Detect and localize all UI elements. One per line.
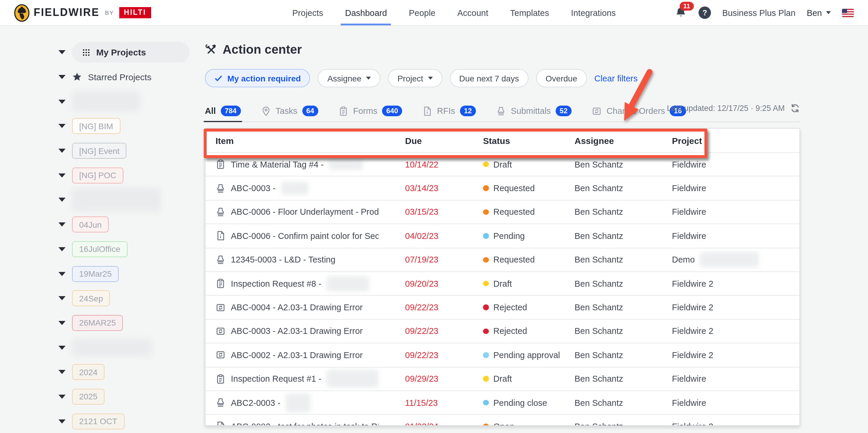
rfi-icon [216, 231, 225, 241]
chevron-down-icon[interactable] [58, 198, 66, 202]
project-cell: Fieldwire [672, 207, 800, 217]
chevron-down-icon[interactable] [58, 173, 66, 177]
table-row[interactable]: Inspection Request #8 -09/20/23DraftBen … [206, 271, 800, 295]
fieldwire-hardhat-icon [14, 4, 30, 22]
chevron-down-icon[interactable] [58, 149, 66, 153]
sidebar-item-my-projects[interactable]: My Projects [72, 42, 190, 63]
sidebar-item-04jun[interactable]: 04Jun [72, 216, 108, 232]
column-header-project[interactable]: Project [672, 135, 800, 145]
sidebar-item-2121-oct[interactable]: 2121 OCT [72, 413, 124, 429]
item-title: Inspection Request #8 - [231, 279, 321, 288]
nav-account[interactable]: Account [457, 0, 488, 25]
tab-forms[interactable]: Forms640 [338, 100, 402, 122]
sidebar-item-redacted [72, 339, 152, 356]
sidebar-item-19mar25[interactable]: 19Mar25 [72, 266, 119, 282]
tab-all[interactable]: All784 [205, 100, 241, 122]
item-title: Time & Material Tag #4 - [231, 160, 323, 169]
assignee-cell: Ben Schantz [575, 422, 672, 426]
filter-my-action-required[interactable]: My action required [205, 69, 310, 87]
user-menu[interactable]: Ben [807, 8, 831, 18]
nav-templates[interactable]: Templates [510, 0, 549, 25]
sidebar-item-2024[interactable]: 2024 [72, 364, 104, 380]
sidebar-item-ng-poc[interactable]: [NG] POC [72, 168, 123, 184]
chevron-down-icon[interactable] [58, 124, 66, 128]
tab-label: All [205, 106, 216, 115]
item-cell: ABC-0002 - A2.03-1 Drawing Error [206, 350, 405, 360]
chevron-down-icon[interactable] [58, 419, 66, 423]
star-icon [72, 72, 82, 82]
item-title: ABC-0003 - [231, 184, 276, 193]
chevron-down-icon[interactable] [58, 395, 66, 399]
table-row[interactable]: ABC-0002 - test for photos in task to RF… [206, 414, 800, 426]
tab-submittals[interactable]: Submittals52 [496, 100, 571, 122]
topbar-right: 11 ? Business Plus Plan Ben [674, 0, 854, 25]
column-header-due[interactable]: Due [405, 135, 483, 145]
chevron-down-icon [366, 77, 371, 80]
status-cell: Rejected [483, 303, 575, 312]
sidebar-item-16juloffice[interactable]: 16JulOffice [72, 241, 128, 257]
nav-dashboard[interactable]: Dashboard [345, 0, 387, 25]
table-row[interactable]: ABC-0006 - Confirm paint color for Secon… [206, 224, 800, 247]
table-row[interactable]: 12345-0003 - L&D - Testing07/19/23Reques… [206, 247, 800, 271]
chevron-down-icon[interactable] [58, 51, 66, 55]
status-cell: Pending close [483, 398, 575, 407]
filter-project[interactable]: Project [388, 69, 442, 87]
status-label: Pending approval [493, 351, 560, 360]
assignee-cell: Ben Schantz [575, 398, 672, 407]
column-header-assignee[interactable]: Assignee [575, 135, 672, 145]
redacted-text [327, 276, 369, 291]
chevron-down-icon[interactable] [58, 272, 66, 276]
sidebar-item-ng-bim[interactable]: [NG] BIM [72, 118, 120, 134]
chevron-down-icon[interactable] [58, 247, 66, 251]
tab-rfis[interactable]: RFIs12 [422, 100, 476, 122]
sidebar-item-2025[interactable]: 2025 [72, 389, 104, 405]
table-row[interactable]: ABC-0006 - Floor Underlayment - Product … [206, 200, 800, 224]
filter-due-next-7-days[interactable]: Due next 7 days [450, 69, 528, 87]
clear-filters-link[interactable]: Clear filters [594, 73, 638, 83]
table-row[interactable]: ABC-0002 - A2.03-1 Drawing Error09/22/23… [206, 343, 800, 367]
item-title: ABC-0002 - test for photos in task to RF… [231, 422, 378, 426]
sidebar-item-24sep[interactable]: 24Sep [72, 290, 110, 306]
chevron-down-icon[interactable] [58, 345, 66, 349]
tab-tasks[interactable]: Tasks64 [261, 100, 318, 122]
table-row[interactable]: ABC-0004 - A2.03-1 Drawing Error09/22/23… [206, 295, 800, 319]
filter-overdue[interactable]: Overdue [536, 69, 587, 87]
item-cell: ABC-0003 - A2.03-1 Drawing Error [206, 326, 405, 336]
item-title: ABC2-0003 - [231, 398, 280, 407]
chevron-down-icon[interactable] [58, 296, 66, 300]
chevron-down-icon[interactable] [58, 75, 66, 79]
sidebar-item-26mar25[interactable]: 26MAR25 [72, 315, 123, 331]
status-label: Open [493, 422, 514, 426]
column-header-item[interactable]: Item [206, 135, 405, 145]
table-row[interactable]: ABC2-0003 -11/15/23Pending closeBen Scha… [206, 391, 800, 414]
project-name: Fieldwire 2 [672, 303, 713, 312]
chevron-down-icon[interactable] [58, 321, 66, 325]
sidebar-row: 2024 [0, 360, 205, 384]
tab-count-badge: 12 [460, 106, 476, 116]
table-row[interactable]: ABC-0003 - A2.03-1 Drawing Error09/22/23… [206, 319, 800, 343]
chevron-down-icon [428, 77, 433, 80]
nav-projects[interactable]: Projects [292, 0, 323, 25]
table-row[interactable]: Time & Material Tag #4 -10/14/22DraftBen… [206, 152, 800, 176]
us-flag-icon[interactable] [842, 8, 854, 17]
column-header-status[interactable]: Status [483, 135, 575, 145]
nav-people[interactable]: People [409, 0, 435, 25]
chevron-down-icon[interactable] [58, 99, 66, 103]
refresh-icon[interactable] [790, 103, 800, 113]
item-cell: 12345-0003 - L&D - Testing [206, 255, 405, 265]
due-date: 09/22/23 [405, 327, 438, 336]
item-cell: ABC-0006 - Floor Underlayment - Product … [206, 207, 405, 217]
stamp-icon [216, 183, 225, 193]
sidebar-item-starred-projects[interactable]: Starred Projects [72, 72, 151, 82]
table-row[interactable]: Inspection Request #1 -09/29/23DraftBen … [206, 367, 800, 391]
fieldwire-logo[interactable]: FIELDWIRE BY HILTI [14, 0, 151, 25]
chevron-down-icon[interactable] [58, 370, 66, 374]
filter-assignee[interactable]: Assignee [318, 69, 380, 87]
nav-integrations[interactable]: Integrations [571, 0, 616, 25]
chevron-down-icon[interactable] [58, 223, 66, 227]
sidebar-item-ng-event[interactable]: [NG] Event [72, 143, 127, 159]
table-row[interactable]: ABC-0003 -03/14/23RequestedBen SchantzFi… [206, 176, 800, 200]
notifications-button[interactable]: 11 [674, 6, 687, 19]
help-button[interactable]: ? [699, 6, 711, 19]
tab-label: RFIs [437, 106, 455, 115]
